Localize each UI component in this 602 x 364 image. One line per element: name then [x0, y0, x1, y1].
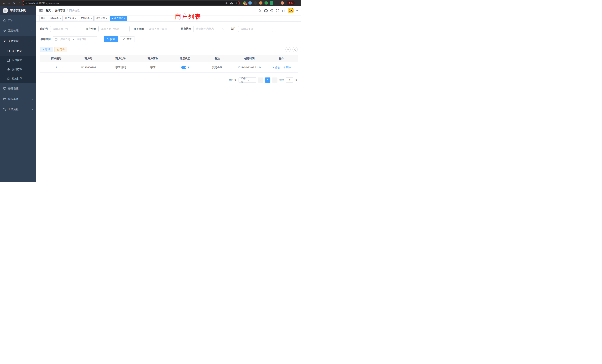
forward-icon[interactable]: → — [7, 1, 11, 5]
hamburger-icon[interactable] — [39, 9, 43, 12]
bookmark-star-icon[interactable]: ☆ — [235, 1, 237, 4]
status-select[interactable]: 请选择开启状态 — [193, 26, 226, 32]
merchant-no-input[interactable] — [50, 26, 81, 32]
extension-icon[interactable]: 10 — [243, 1, 246, 5]
tab-user-group[interactable]: 用户分组× — [64, 16, 78, 21]
cell-id: 1 — [40, 62, 73, 73]
extension-badge: 10 — [245, 3, 247, 5]
toolbox-icon — [3, 97, 6, 100]
browser-menu-icon[interactable]: ⋮ — [296, 1, 299, 5]
workflow-icon — [3, 108, 6, 111]
export-button[interactable]: 导出 — [54, 47, 67, 52]
date-range-picker[interactable]: - — [53, 36, 97, 42]
col-header: 创建时间 — [233, 55, 266, 62]
filter-row-2: 创建时间 - 搜索 — [40, 36, 298, 42]
sidebar-item-system[interactable]: ⚙ 系统管理 — [0, 26, 36, 36]
reset-button[interactable]: 重置 — [120, 36, 135, 42]
tab-refund-order[interactable]: 退款订单× — [95, 16, 109, 21]
breadcrumb-home[interactable]: 首页 — [46, 9, 51, 12]
github-icon[interactable] — [264, 9, 268, 12]
col-header: 商户简称 — [137, 55, 169, 62]
tab-pay-order[interactable]: 支付订单× — [79, 16, 94, 21]
tab-close-icon[interactable]: × — [60, 17, 61, 20]
sidebar-item-app-info[interactable]: 应用信息 — [0, 56, 36, 65]
sidebar-item-label: 支付订单 — [12, 68, 22, 71]
back-icon[interactable]: ← — [2, 1, 6, 5]
goto-unit: 页 — [295, 78, 298, 82]
tab-close-icon[interactable]: × — [90, 17, 92, 20]
pay-order-clock-icon — [7, 68, 10, 71]
goto-page-input[interactable] — [286, 77, 293, 83]
delete-link[interactable]: 删除 — [283, 66, 291, 69]
extension-icon[interactable] — [265, 1, 268, 5]
user-avatar[interactable] — [288, 8, 294, 13]
navbar-actions: TT — [258, 8, 298, 13]
tab-close-icon[interactable]: × — [106, 17, 108, 20]
breadcrumb-section[interactable]: 支付管理 — [55, 9, 65, 12]
extension-icon[interactable] — [259, 1, 262, 5]
font-size-icon[interactable]: TT — [282, 9, 285, 12]
full-name-input[interactable] — [98, 26, 129, 32]
sidebar-item-infra[interactable]: 基础设施 — [0, 83, 36, 94]
refund-doc-icon — [7, 77, 10, 80]
status-toggle[interactable] — [181, 66, 189, 69]
tab-close-icon[interactable]: × — [124, 17, 125, 20]
short-name-input[interactable] — [147, 26, 176, 32]
help-icon[interactable] — [270, 9, 273, 12]
password-key-icon[interactable] — [225, 2, 228, 4]
extension-icon[interactable] — [270, 1, 273, 5]
tab-process-form[interactable]: 流程表单× — [48, 16, 63, 21]
app-logo[interactable]: 芋道管理系统 — [0, 6, 36, 15]
extension-icon[interactable] — [281, 1, 284, 5]
page-1-button[interactable]: 1 — [265, 77, 270, 83]
reload-icon[interactable]: ↻ — [12, 1, 16, 5]
total-prefix: 共 — [229, 79, 232, 81]
field-label: 开启状态 — [181, 27, 191, 31]
next-page-button[interactable]: › — [272, 77, 278, 83]
url-text: localhost:1024/pay/merchant — [29, 2, 224, 4]
chevron-down-icon — [248, 79, 255, 81]
fullscreen-icon[interactable] — [276, 9, 279, 12]
add-button[interactable]: + 新增 — [40, 47, 53, 52]
browser-update-label: 更新 — [288, 1, 293, 5]
sidebar-item-merchant-info[interactable]: 商户信息 — [0, 46, 36, 56]
home-icon[interactable]: ⌂ — [17, 1, 22, 5]
merchant-table: 商户编号 商户号 商户全称 商户简称 开启状态 备注 创建时间 操作 1 M23… — [40, 55, 298, 73]
field-status: 开启状态 请选择开启状态 — [181, 26, 226, 32]
extension-icon[interactable] — [248, 1, 252, 5]
extension-icon[interactable] — [275, 1, 279, 5]
address-bar[interactable]: ⓘ localhost:1024/pay/merchant ☆ — [23, 1, 240, 5]
col-header: 开启状态 — [169, 55, 201, 62]
extension-icon[interactable] — [254, 1, 257, 5]
start-date-input[interactable] — [58, 38, 72, 41]
cell-remark: 我是备注 — [201, 62, 233, 73]
site-info-icon[interactable]: ⓘ — [25, 1, 27, 5]
sidebar-item-devtools[interactable]: 研发工具 — [0, 94, 36, 104]
share-icon[interactable] — [230, 2, 233, 4]
sidebar-item-pay-order[interactable]: 支付订单 — [0, 65, 36, 74]
search-button[interactable]: 搜索 — [104, 36, 118, 42]
tab-merchant-info[interactable]: 商户信息× — [110, 16, 127, 21]
toggle-search-icon[interactable] — [285, 47, 291, 52]
tab-home[interactable]: 首页 — [39, 16, 47, 21]
sidebar-item-workflow[interactable]: 工作流程 — [0, 104, 36, 115]
sidebar-item-refund-order[interactable]: 退款订单 — [0, 74, 36, 83]
remark-input[interactable] — [238, 26, 273, 32]
extensions-area: 10 — [243, 1, 284, 5]
sidebar-item-payment[interactable]: ¥ 支付管理 — [0, 36, 36, 46]
avatar-caret-icon[interactable] — [296, 10, 298, 11]
sidebar-item-label: 基础设施 — [8, 87, 19, 90]
search-icon[interactable] — [258, 9, 261, 12]
page-size-select[interactable]: 10条/页 — [238, 77, 256, 83]
sidebar-item-label: 系统管理 — [8, 29, 19, 32]
edit-link[interactable]: 修改 — [272, 66, 280, 69]
tab-close-icon[interactable]: × — [75, 17, 76, 20]
end-date-input[interactable] — [75, 38, 89, 41]
prev-page-button[interactable]: ‹ — [258, 77, 263, 83]
browser-update-button[interactable]: 更新 — [287, 1, 295, 5]
active-dot-icon — [112, 18, 113, 19]
refresh-icon[interactable] — [292, 47, 298, 52]
field-create-time: 创建时间 - — [40, 36, 97, 42]
sidebar-item-home[interactable]: 首页 — [0, 15, 36, 26]
breadcrumb: 首页 / 支付管理 / 商户信息 — [46, 9, 80, 12]
